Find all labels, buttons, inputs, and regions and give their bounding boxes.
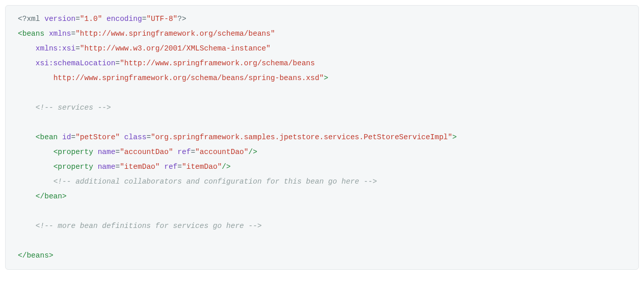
beans-open-close-angle: > xyxy=(324,74,328,82)
prop2-close: /> xyxy=(222,163,230,171)
prop2-name-val: "itemDao" xyxy=(120,163,159,171)
xml-pi-close: ?> xyxy=(177,15,186,23)
comment-services: <!-- services --> xyxy=(36,104,111,112)
xmlns-attr: xmlns xyxy=(49,30,71,38)
xml-version-attr: version xyxy=(44,15,75,23)
bean-close-tag: </bean> xyxy=(36,192,67,200)
xmlns-val: "http://www.springframework.org/schema/b… xyxy=(75,30,275,38)
xml-version-val: "1.0" xyxy=(80,15,102,23)
xml-encoding-attr: encoding xyxy=(106,15,142,23)
prop2-open: <property xyxy=(53,163,93,171)
prop1-name-val: "accountDao" xyxy=(120,148,173,156)
bean-open-close-angle: > xyxy=(452,133,457,141)
prop1-ref-attr: ref xyxy=(177,148,191,156)
bean-class-val: "org.springframework.samples.jpetstore.s… xyxy=(151,133,452,141)
xmlns-xsi-attr: xmlns:xsi xyxy=(36,44,75,53)
bean-id-attr: id xyxy=(62,133,71,141)
schemalocation-attr: xsi:schemaLocation xyxy=(36,59,116,67)
bean-class-attr: class xyxy=(124,133,147,141)
prop1-close: /> xyxy=(249,148,257,156)
xmlns-xsi-val: "http://www.w3.org/2001/XMLSchema-instan… xyxy=(80,44,271,53)
bean-open: <bean xyxy=(36,133,58,141)
xml-code-block: <?xml version="1.0" encoding="UTF-8"?> <… xyxy=(5,5,639,270)
schemalocation-val-2: http://www.springframework.org/schema/be… xyxy=(53,74,324,82)
xml-encoding-val: "UTF-8" xyxy=(146,15,177,23)
bean-id-val: "petStore" xyxy=(75,133,120,141)
comment-collaborators: <!-- additional collaborators and config… xyxy=(53,177,377,186)
beans-close-tag: </beans> xyxy=(18,251,53,260)
schemalocation-val-1: "http://www.springframework.org/schema/b… xyxy=(120,59,315,67)
xml-pi-open: <?xml xyxy=(18,15,40,23)
prop2-name-attr: name xyxy=(98,163,116,171)
prop1-name-attr: name xyxy=(98,148,116,156)
beans-open-tag: <beans xyxy=(18,30,44,38)
prop2-ref-val: "itemDao" xyxy=(182,163,222,171)
prop1-ref-val: "accountDao" xyxy=(195,148,248,156)
prop1-open: <property xyxy=(53,148,93,156)
prop2-ref-attr: ref xyxy=(164,163,177,171)
comment-more-beans: <!-- more bean definitions for services … xyxy=(36,222,262,230)
